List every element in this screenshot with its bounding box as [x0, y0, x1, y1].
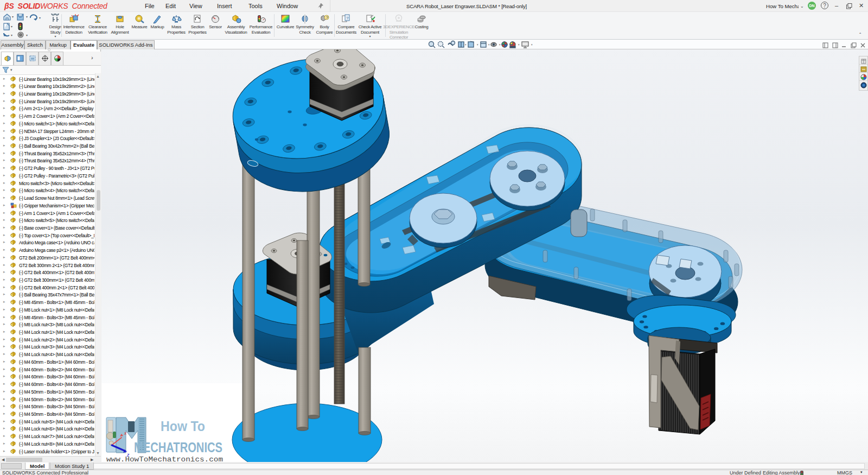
svg-text:▾: ▾: [465, 43, 467, 46]
svg-text:▾: ▾: [488, 43, 490, 46]
svg-text:▾: ▾: [11, 34, 12, 37]
svg-text:▾: ▾: [477, 43, 478, 46]
svg-text:z: z: [126, 452, 130, 458]
svg-text:▾: ▾: [12, 15, 14, 18]
svg-text:▾: ▾: [11, 25, 12, 28]
svg-text:▾: ▾: [499, 43, 501, 46]
svg-text:?: ?: [346, 16, 349, 21]
svg-text:▾: ▾: [531, 43, 533, 46]
svg-text:▾: ▾: [39, 16, 41, 20]
svg-text:How To: How To: [161, 418, 205, 434]
svg-text:▾: ▾: [26, 15, 28, 18]
svg-text:?: ?: [326, 15, 329, 20]
svg-text:x: x: [124, 430, 127, 436]
svg-text:▾: ▾: [26, 34, 28, 37]
svg-text:www.HowToMechatronics.com: www.HowToMechatronics.com: [106, 455, 223, 462]
svg-text:▾: ▾: [518, 43, 520, 46]
svg-text:MECHATRONICS: MECHATRONICS: [134, 440, 222, 455]
